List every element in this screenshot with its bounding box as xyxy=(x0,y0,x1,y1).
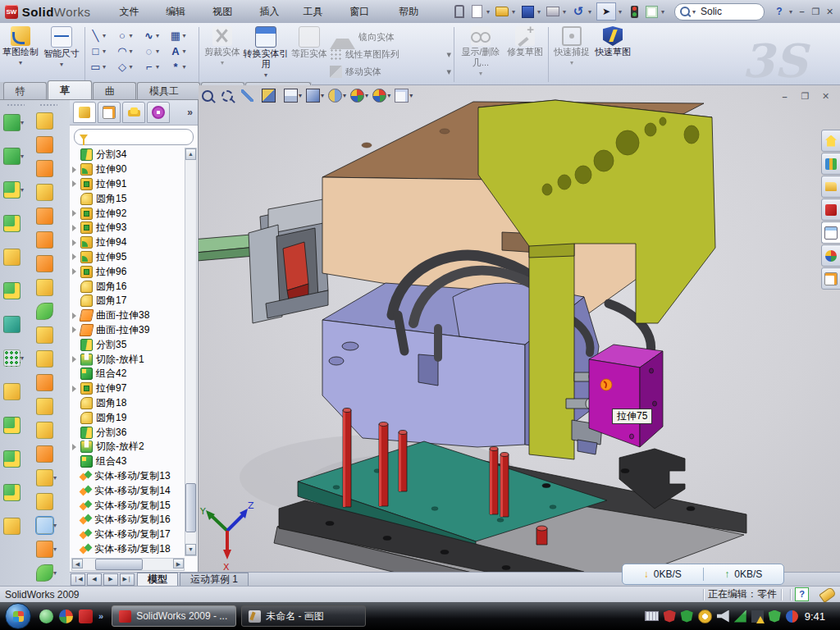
toolbar-button[interactable]: ▾ xyxy=(3,417,27,434)
new-document-icon[interactable] xyxy=(469,4,484,19)
smart-dimension-button[interactable]: 智能尺寸 ▾ xyxy=(41,25,82,80)
tab-property-manager[interactable] xyxy=(98,102,121,123)
hud-button[interactable]: ▾ xyxy=(202,90,217,102)
toolbar-button[interactable]: ▾ xyxy=(36,541,60,558)
convert-entities-button[interactable]: 转换实体引用 ▾ xyxy=(243,25,289,80)
tray-icon[interactable] xyxy=(645,611,659,621)
toolbar-button[interactable]: ▾ xyxy=(36,445,60,463)
tree-item[interactable]: 圆角17 xyxy=(71,294,186,308)
task-pane-tab[interactable] xyxy=(821,221,840,244)
toolbar-button[interactable]: ▾ xyxy=(3,114,27,131)
toolbar-button[interactable]: ▾ xyxy=(3,383,27,400)
tree-horizontal-scrollbar[interactable]: ◀ ▶ xyxy=(71,558,185,571)
hud-button[interactable]: ▾ xyxy=(372,89,390,103)
tree-item[interactable]: 圆角16 xyxy=(71,279,186,294)
print-icon[interactable] xyxy=(546,4,560,19)
expander-icon[interactable] xyxy=(72,208,80,219)
sketch-button[interactable]: 草图绘制 ▾ xyxy=(0,25,41,80)
tray-icon[interactable] xyxy=(734,610,746,623)
tree-item[interactable]: 拉伸92 xyxy=(71,206,186,221)
tab-nav-button[interactable]: ▶ xyxy=(103,573,118,586)
scroll-left-button[interactable]: ◀ xyxy=(72,559,83,568)
toolbar-button[interactable]: ▾ xyxy=(36,398,60,415)
tree-item[interactable]: 实体-移动/复制16 xyxy=(71,513,186,527)
scroll-right-button[interactable]: ▶ xyxy=(173,559,184,568)
sketch-entity-button[interactable]: A▾ xyxy=(170,43,195,58)
hud-button[interactable]: ▾ xyxy=(262,89,280,103)
tree-item[interactable]: 曲面-拉伸39 xyxy=(71,323,186,338)
toolbar-button[interactable]: ▾ xyxy=(3,215,27,232)
tree-filter-input[interactable] xyxy=(74,129,194,145)
tree-item[interactable]: 拉伸95 xyxy=(71,250,186,265)
toolbar-button[interactable]: ▾ xyxy=(36,160,60,177)
tree-item[interactable]: 圆角18 xyxy=(71,396,186,411)
expander-icon[interactable] xyxy=(72,441,80,453)
tree-item[interactable]: 切除-放样1 xyxy=(71,352,186,367)
tree-item[interactable]: 切除-放样2 xyxy=(71,440,186,454)
menu-item[interactable]: 视图(V) xyxy=(203,2,250,21)
quick-launch-icon[interactable] xyxy=(39,609,53,623)
model-clamp-assembly[interactable] xyxy=(249,199,328,323)
restore-button[interactable]: ❐ xyxy=(809,6,823,18)
trim-entities-button[interactable]: 剪裁实体 ▾ xyxy=(202,25,243,80)
toolbar-button[interactable]: ▾ xyxy=(3,249,27,266)
task-button[interactable]: 未命名 - 画图 xyxy=(241,605,366,627)
tree-vertical-scrollbar[interactable]: ▲ ▼ xyxy=(185,148,197,556)
model-magenta-block[interactable] xyxy=(589,345,663,447)
menu-item[interactable]: 帮助(H) xyxy=(390,2,437,21)
task-button[interactable]: SolidWorks 2009 - ... xyxy=(112,605,236,627)
chevron-right-icon[interactable]: » xyxy=(187,107,193,118)
scroll-thumb[interactable] xyxy=(95,559,143,570)
toolbar-button[interactable]: ▾ xyxy=(36,255,60,272)
tree-item[interactable]: 拉伸90 xyxy=(71,162,186,177)
status-help-icon[interactable]: ? xyxy=(795,587,809,601)
tab-feature-manager[interactable] xyxy=(73,102,96,123)
document-tab[interactable]: 运动算例 1 xyxy=(180,573,249,586)
menu-item[interactable]: 窗口(W) xyxy=(340,2,390,21)
hud-button[interactable]: ▾ xyxy=(306,89,324,103)
doc-close-button[interactable]: ✕ xyxy=(819,90,833,103)
hud-button[interactable]: ▾ xyxy=(395,89,413,103)
sketch-entity-button[interactable]: □▾ xyxy=(89,43,115,58)
scroll-up-button[interactable]: ▲ xyxy=(185,148,196,160)
hud-button[interactable]: ▾ xyxy=(328,89,346,103)
tree-item[interactable]: 拉伸91 xyxy=(71,177,186,192)
doc-restore-button[interactable]: ❐ xyxy=(798,90,812,103)
sketch-entity-button[interactable]: ▦▾ xyxy=(170,28,195,43)
toolbar-button[interactable]: ▾ xyxy=(36,231,60,249)
toolbar-button[interactable]: ▾ xyxy=(36,564,60,582)
command-tab[interactable]: 特征 xyxy=(3,82,47,99)
toolbar-button[interactable]: ▾ xyxy=(36,136,60,153)
expander-icon[interactable] xyxy=(72,222,80,234)
task-pane-tab[interactable] xyxy=(821,153,840,175)
sketch-entity-button[interactable]: ∿▾ xyxy=(143,28,168,43)
toolbar-button[interactable]: ▾ xyxy=(3,450,27,468)
taskbar-clock[interactable]: 9:41 xyxy=(805,610,825,623)
menu-item[interactable]: 插入(I) xyxy=(251,2,294,21)
rebuild-icon[interactable] xyxy=(627,4,641,19)
sketch-entity-button[interactable]: ◠▾ xyxy=(116,43,142,58)
sketch-entity-button[interactable]: ○▾ xyxy=(116,28,142,43)
help-icon[interactable]: ? xyxy=(772,4,787,19)
quick-launch-icon[interactable] xyxy=(79,609,93,623)
sketch-entity-button[interactable]: ◌▾ xyxy=(143,43,168,58)
mirror-entities-button[interactable]: 镜向实体 xyxy=(330,30,451,45)
expander-icon[interactable] xyxy=(72,164,80,176)
tree-item[interactable]: 分割36 xyxy=(71,425,186,440)
toolbar-button[interactable]: ▾ xyxy=(36,469,60,486)
tag-icon[interactable] xyxy=(819,586,837,602)
quick-launch-chevron[interactable]: » xyxy=(98,611,103,621)
tree-item[interactable]: 实体-移动/复制14 xyxy=(71,483,186,498)
tree-item[interactable]: 实体-移动/复制15 xyxy=(71,498,186,513)
toolbar-button[interactable]: ▾ xyxy=(36,303,60,320)
sketch-entity-button[interactable]: ╲▾ xyxy=(89,28,115,43)
tree-item[interactable]: 拉伸93 xyxy=(71,221,186,235)
tray-icon[interactable] xyxy=(664,610,676,623)
hud-button[interactable]: ▾ xyxy=(241,89,258,102)
tray-icon[interactable] xyxy=(698,609,712,623)
toolbar-button[interactable]: ▾ xyxy=(3,349,27,367)
tree-item[interactable]: 组合42 xyxy=(71,367,186,381)
tray-icon[interactable] xyxy=(681,610,693,623)
command-tab[interactable]: 草图 xyxy=(48,80,91,99)
tray-icon[interactable] xyxy=(786,610,798,623)
